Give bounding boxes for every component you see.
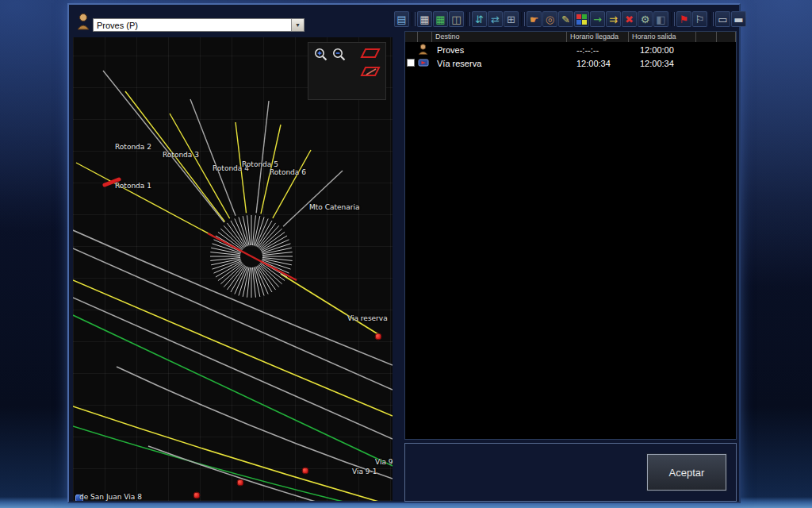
binoculars-icon[interactable]: ◎ (542, 11, 557, 27)
col-icon (418, 32, 432, 42)
table-body: Proves--:--:--12:00:00Vía reserva12:00:3… (405, 43, 736, 70)
add-route-icon[interactable]: → (590, 11, 605, 27)
col-destino[interactable]: Destino (432, 32, 567, 42)
tiles-glyph (576, 14, 587, 25)
station-select-value: Proves (P) (94, 21, 291, 30)
tiles-icon[interactable] (574, 11, 589, 27)
edit-icon[interactable]: ✎ (558, 11, 573, 27)
zoom-in-button[interactable] (312, 46, 329, 63)
signal-dot[interactable] (375, 333, 382, 341)
flag-white-icon[interactable]: ⚐ (692, 11, 707, 27)
gear-icon[interactable]: ⚙ (638, 11, 653, 27)
save-icon[interactable]: ▤ (394, 11, 409, 27)
turntable-spoke (252, 267, 255, 298)
transfer-icon[interactable]: ⇄ (488, 11, 503, 27)
route-tool-button[interactable] (359, 46, 381, 60)
restore-icon[interactable]: ▭ (715, 11, 730, 27)
map-label: Mto Catenaria (309, 203, 359, 211)
turntable-spoke (210, 252, 240, 256)
turntable-spoke (224, 225, 243, 248)
col-horario-llegada[interactable]: Horario llegada (567, 32, 629, 42)
fan-track-line (273, 150, 311, 218)
turntable-spoke (247, 267, 251, 298)
turntable-spoke (224, 264, 243, 287)
col-checkbox (405, 32, 418, 42)
row-llegada: --:--:-- (567, 45, 629, 55)
map-label: Rotonda 1 (115, 182, 151, 190)
track-line (73, 406, 393, 501)
row-check-cell (405, 59, 418, 68)
turntable-spoke (254, 216, 260, 245)
schedule-table: Destino Horario llegada Horario salida P… (404, 31, 737, 440)
chevron-down-icon[interactable]: ▼ (291, 19, 304, 31)
map-label: de San Juan Via 8 (79, 493, 142, 501)
accept-button[interactable]: Aceptar (647, 454, 726, 491)
dark-panel-icon[interactable]: ◧ (653, 11, 668, 27)
grid-green-icon[interactable]: ▦ (433, 11, 448, 27)
fan-track-line (76, 163, 213, 236)
zoom-out-button[interactable] (331, 46, 347, 63)
delete-icon[interactable]: ✖ (622, 11, 637, 27)
toolbar-separator (466, 12, 470, 26)
map-label: Rotonda 5 (242, 160, 278, 168)
turntable-spoke (259, 264, 278, 287)
row-salida: 12:00:34 (629, 59, 696, 68)
track-line (73, 280, 393, 416)
turntable-spoke (211, 259, 240, 265)
track-map[interactable]: Rotonda 2Rotonda 3Rotonda 4Rotonda 5Roto… (73, 37, 393, 501)
flag-red-icon[interactable]: ⚑ (676, 11, 691, 27)
grid-icon[interactable]: ▦ (417, 11, 432, 27)
turntable-spoke (243, 216, 249, 245)
hand-icon[interactable]: ☛ (527, 11, 542, 27)
col-horario-salida[interactable]: Horario salida (629, 32, 696, 42)
window-icon[interactable]: ⊞ (504, 11, 519, 27)
minimize-icon[interactable]: ▬ (731, 11, 746, 27)
col-extra-1 (696, 32, 717, 42)
import-icon[interactable]: ◫ (449, 11, 464, 27)
turntable-spoke (254, 267, 260, 297)
signal-dot[interactable] (237, 479, 244, 487)
toolbar-separator (521, 12, 525, 26)
row-salida: 12:00:00 (629, 45, 696, 55)
row-checkbox[interactable] (407, 59, 415, 67)
map-label: Rotonda 6 (270, 168, 306, 176)
turntable-spoke (262, 248, 292, 254)
turntable-spoke (262, 257, 293, 260)
route-edit-tool-button[interactable] (359, 64, 381, 79)
station-person-icon (76, 13, 90, 33)
track-line (73, 426, 347, 501)
toolbar-separator (671, 12, 675, 26)
toolbar-separator (710, 12, 714, 26)
table-row[interactable]: Vía reserva12:00:3412:00:34 (405, 56, 736, 70)
signal-dot[interactable] (193, 492, 201, 499)
turntable-spoke (262, 252, 293, 256)
track-line (73, 315, 393, 466)
station-select[interactable]: Proves (P) ▼ (93, 18, 304, 32)
table-row[interactable]: Proves--:--:--12:00:00 (405, 43, 736, 56)
turntable-spoke (210, 257, 240, 260)
turntable-spoke (259, 225, 278, 248)
signal-dot[interactable] (302, 468, 309, 475)
map-label: Rotonda 3 (163, 151, 199, 159)
row-destino: Proves (432, 45, 567, 55)
map-label: Via 9-1 (352, 468, 377, 475)
fan-track-line (283, 171, 343, 226)
table-header: Destino Horario llegada Horario salida (405, 32, 736, 43)
toolbar: ▤▦▦◫⇵⇄⊞☛◎✎→⇉✖⚙◧⚑⚐▭▬ (394, 10, 735, 29)
turntable-spoke (220, 264, 243, 283)
map-label: Rotonda 2 (115, 143, 151, 151)
swap-route-icon[interactable]: ⇉ (606, 11, 621, 27)
row-llegada: 12:00:34 (567, 59, 629, 68)
turntable-spoke (252, 215, 255, 245)
map-label: Via reserva (347, 314, 388, 322)
col-extra-2 (717, 32, 736, 42)
turntable-spoke (247, 215, 251, 245)
turntable-spoke (243, 267, 249, 297)
desktop: Proves (P) ▼ (0, 0, 812, 508)
sort-icon[interactable]: ⇵ (472, 11, 487, 27)
train-icon (418, 58, 432, 69)
map-label: Via 9 (375, 458, 393, 466)
turntable-spoke (259, 229, 282, 248)
track-line (117, 367, 393, 479)
fan-track-line (256, 101, 269, 213)
